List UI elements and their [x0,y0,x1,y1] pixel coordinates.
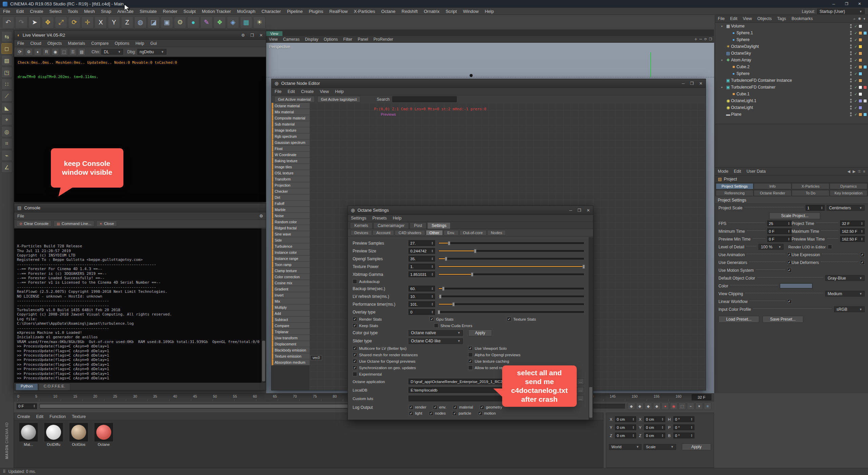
layout-dropdown[interactable]: Startup (User) ▼ [817,8,865,14]
last-tool-icon[interactable]: ✛ [81,16,94,28]
slider[interactable] [438,296,584,297]
settings-subtab[interactable]: Devices [351,230,372,235]
material-item[interactable]: OctDiffu [43,423,64,446]
checkbox[interactable]: ✓ [468,359,473,363]
camera-icon[interactable]: ◉ [52,48,59,56]
float-icon[interactable]: ❐ [250,33,254,38]
menu-item[interactable]: Display [302,37,321,42]
value-input[interactable]: 60.▲▼ [409,286,435,291]
object-tree-item[interactable]: ■ Cube.2 ✓ [715,63,868,70]
object-tree-item[interactable]: ▬ Plane ✓ [715,111,868,118]
view-clipping-dropdown[interactable]: Medium ▼ [825,291,865,297]
node-type-item[interactable]: Turbulence [272,243,310,249]
menu-item[interactable]: Mesh [81,8,98,15]
command-line-button[interactable]: ▤ Command Line... [54,221,94,227]
project-scale-input[interactable]: 1 ▲▼ [806,205,825,211]
checkbox[interactable]: ✓ [787,252,792,257]
tab[interactable]: Key Interpolation [830,190,867,196]
object-tree-item[interactable]: ■ Cube.1 ✓ [715,91,868,97]
project-scale-unit-dropdown[interactable]: Centimeters ▼ [827,205,865,211]
object-tree-item[interactable]: ◉ OctaneLight ✓ [715,104,868,111]
tag-icon[interactable] [859,113,862,116]
checkbox[interactable]: ✓ [468,346,473,350]
stepper[interactable]: ▲▼ [821,206,823,210]
menu-item[interactable]: Gui [147,41,160,46]
slider[interactable] [438,266,584,267]
menu-item[interactable]: Presets [369,216,390,221]
visibility-dots[interactable] [848,24,853,28]
light-icon[interactable]: ☀ [253,16,265,28]
checkbox[interactable]: ✓ [507,317,511,321]
object-tree-item[interactable]: ▤ OctaneSky ✓ [715,50,868,57]
coordinate-input[interactable]: 0 °▲▼ [673,424,694,430]
lock-y-icon[interactable]: Y [108,16,120,28]
clear-console-button[interactable]: ⊘ Clear Console [16,221,52,227]
tab[interactable]: X-Particles [792,183,829,189]
key-position-icon[interactable]: ◆ [628,402,635,410]
load-preset-button[interactable]: Load Preset... [718,316,759,323]
tag-icon[interactable] [859,92,862,96]
visibility-dots[interactable] [848,58,853,62]
close-button[interactable]: ✕ [854,1,865,7]
model-mode-icon[interactable]: ◻ [1,43,12,54]
menu-item[interactable]: X-Particles [351,8,378,15]
checkbox[interactable]: ✓ [353,365,357,370]
menu-item[interactable]: File [0,8,13,15]
move-tool-icon[interactable]: ✥ [42,16,54,28]
enable-check-icon[interactable]: ✓ [853,38,859,42]
node-type-item[interactable]: Side [272,237,310,243]
visibility-dots[interactable] [848,51,853,55]
gear-icon[interactable]: ⚙ [241,33,245,38]
menu-item[interactable]: Objects [44,41,65,46]
coordinate-input[interactable]: 0 cm▲▼ [644,416,665,422]
node-type-item[interactable]: Multiply [272,304,310,310]
enable-check-icon[interactable]: ✓ [853,79,859,82]
menu-item[interactable]: View [266,37,280,42]
folder-icon[interactable]: … [577,396,584,401]
visibility-dots[interactable] [848,106,853,110]
checkbox[interactable]: ✓ [860,252,865,257]
slider[interactable] [438,288,584,289]
marker-icon[interactable]: ▾ [695,402,703,410]
menu-item[interactable]: File [14,214,27,218]
dbg-dropdown[interactable]: ngDebu▼ [137,49,166,55]
node-type-item[interactable]: Rgb spectrum [272,133,310,139]
node-type-item[interactable]: Image tiles [272,164,310,170]
mograph-icon[interactable]: ❖ [214,16,226,28]
material-item[interactable]: Octane [93,423,115,446]
key-rotation-icon[interactable]: ◆ [645,402,652,410]
lod-dropdown[interactable]: 100 % ▼ [758,244,784,250]
stepper[interactable]: ▲▼ [431,242,433,245]
scale-project-button[interactable]: Scale Project... [769,212,820,219]
close-icon[interactable]: ✕ [587,208,590,213]
menu-item[interactable]: Create [14,414,33,419]
object-tree-item[interactable]: ● Sphere ✓ [715,70,868,77]
paint-tool-icon[interactable]: ✎ [200,16,213,28]
checkbox[interactable]: ✓ [353,323,357,328]
live-selection-icon[interactable]: ➤ [28,16,41,28]
settings-titlebar[interactable]: ◎ Octane Settings ─ ❐ ✕ [348,206,593,215]
enable-check-icon[interactable]: ✓ [853,99,859,103]
menu-item[interactable]: Ornatrix [421,8,442,15]
tag-icon[interactable] [859,99,862,103]
color-swatch[interactable] [780,283,812,288]
coordinate-input[interactable]: 0 cm▲▼ [615,424,636,430]
stepper[interactable]: ▲▼ [431,310,433,314]
enable-axis-icon[interactable]: ⌖ [1,114,12,125]
slider[interactable] [438,311,584,313]
film-icon[interactable]: ▤ [78,48,85,56]
enable-check-icon[interactable]: ✓ [853,58,859,62]
viewport-tab[interactable]: View [266,31,282,36]
checkbox[interactable]: ✓ [429,411,433,416]
node-type-item[interactable]: Texture emission [272,353,310,359]
render-picture-viewer-icon[interactable]: ▣ [161,16,173,28]
node-type-item[interactable]: Marble [272,207,310,213]
visibility-dots[interactable] [848,44,853,49]
enable-check-icon[interactable]: ✓ [853,106,859,110]
tag-icon[interactable] [859,45,862,49]
node-type-item[interactable]: Projection [272,182,310,188]
tag-icon[interactable] [863,113,867,116]
maximize-icon[interactable]: ❐ [690,81,694,86]
close-button[interactable]: ✕ Close [96,221,117,227]
tag-icon[interactable] [859,58,862,62]
